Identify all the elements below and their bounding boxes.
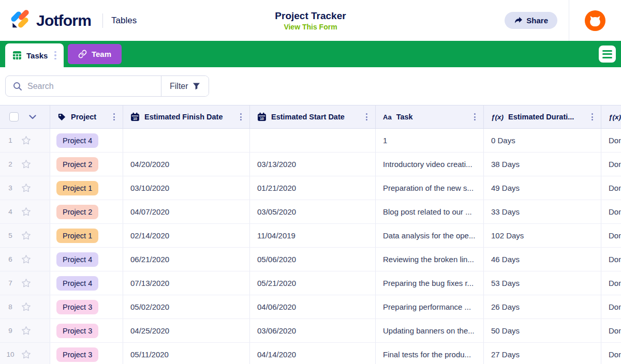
chevron-down-icon[interactable]: [29, 115, 36, 119]
column-menu-icon[interactable]: [238, 111, 244, 123]
table-row[interactable]: 10 Project 3 05/11/2020 04/14/2020 Final…: [0, 343, 621, 364]
table-row[interactable]: 3 Project 1 03/10/2020 01/21/2020 Prepar…: [0, 176, 621, 200]
column-menu-icon[interactable]: [363, 111, 370, 123]
table-row[interactable]: 2 Project 2 04/20/2020 03/13/2020 Introd…: [0, 153, 621, 176]
task-cell[interactable]: Preparing the bug fixes r...: [376, 271, 484, 295]
search-input[interactable]: [27, 82, 146, 91]
star-icon[interactable]: [21, 301, 32, 312]
column-menu-icon[interactable]: [111, 111, 117, 123]
project-cell[interactable]: Project 2: [50, 200, 123, 223]
task-cell[interactable]: Reviewing the broken lin...: [376, 248, 484, 271]
duration-cell[interactable]: 102 Days: [484, 224, 601, 247]
task-cell[interactable]: Updating banners on the...: [376, 319, 484, 342]
table-row[interactable]: 6 Project 4 06/21/2020 05/06/2020 Review…: [0, 248, 621, 271]
finish-date-cell[interactable]: 04/20/2020: [123, 153, 250, 176]
duration-cell[interactable]: 50 Days: [484, 319, 601, 342]
table-row[interactable]: 8 Project 3 05/02/2020 04/06/2020 Prepar…: [0, 295, 621, 319]
project-cell[interactable]: Project 4: [50, 271, 123, 295]
column-menu-icon[interactable]: [471, 111, 478, 123]
task-cell[interactable]: Blog post related to our ...: [376, 200, 484, 223]
project-cell[interactable]: Project 2: [50, 153, 123, 176]
view-this-form-link[interactable]: View This Form: [284, 23, 337, 31]
start-date-cell[interactable]: 03/05/2020: [250, 200, 376, 223]
start-date-cell[interactable]: 04/06/2020: [250, 295, 376, 318]
start-date-cell[interactable]: 03/06/2020: [250, 319, 376, 342]
sheet-menu-button[interactable]: [599, 46, 616, 63]
user-avatar[interactable]: [585, 10, 605, 31]
project-cell[interactable]: Project 4: [50, 129, 123, 152]
brand-group[interactable]: Jotform Tables: [0, 10, 137, 32]
finish-date-cell[interactable]: 07/13/2020: [123, 271, 250, 295]
tab-tasks[interactable]: Tasks: [5, 43, 64, 67]
star-icon[interactable]: [21, 135, 32, 146]
tab-tasks-menu-icon[interactable]: [52, 48, 58, 63]
table-row[interactable]: 4 Project 2 04/07/2020 03/05/2020 Blog p…: [0, 200, 621, 224]
table-row[interactable]: 1 Project 4 1 0 Days Done: [0, 129, 621, 153]
filter-button[interactable]: Filter: [161, 76, 209, 96]
status-cell[interactable]: Done: [601, 343, 621, 364]
start-date-cell[interactable]: 03/13/2020: [250, 153, 376, 176]
finish-date-cell[interactable]: 05/02/2020: [123, 295, 250, 318]
share-button[interactable]: Share: [505, 12, 557, 29]
task-cell[interactable]: Preparing performance ...: [376, 295, 484, 318]
status-cell[interactable]: Done: [601, 319, 621, 342]
finish-date-cell[interactable]: 04/07/2020: [123, 200, 250, 223]
task-cell[interactable]: 1: [376, 129, 484, 152]
task-cell[interactable]: Data analysis for the ope...: [376, 224, 484, 247]
status-cell[interactable]: Done: [601, 248, 621, 271]
duration-cell[interactable]: 38 Days: [484, 153, 601, 176]
start-date-cell[interactable]: 05/06/2020: [250, 248, 376, 271]
star-icon[interactable]: [21, 183, 32, 193]
status-cell[interactable]: Done: [601, 176, 621, 200]
column-header-status[interactable]: ƒ(x): [601, 105, 621, 128]
status-cell[interactable]: Done: [601, 295, 621, 318]
project-cell[interactable]: Project 1: [50, 224, 123, 247]
status-cell[interactable]: Done: [601, 200, 621, 223]
table-row[interactable]: 9 Project 3 04/25/2020 03/06/2020 Updati…: [0, 319, 621, 343]
duration-cell[interactable]: 53 Days: [484, 271, 601, 295]
start-date-cell[interactable]: [250, 129, 376, 152]
finish-date-cell[interactable]: 04/25/2020: [123, 319, 250, 342]
table-row[interactable]: 7 Project 4 07/13/2020 05/21/2020 Prepar…: [0, 271, 621, 295]
duration-cell[interactable]: 26 Days: [484, 295, 601, 318]
tab-team[interactable]: Team: [68, 44, 122, 64]
status-cell[interactable]: Done: [601, 271, 621, 295]
star-icon[interactable]: [21, 159, 32, 170]
duration-cell[interactable]: 0 Days: [484, 129, 601, 152]
project-cell[interactable]: Project 4: [50, 248, 123, 271]
status-cell[interactable]: Done: [601, 153, 621, 176]
start-date-cell[interactable]: 05/21/2020: [250, 271, 376, 295]
finish-date-cell[interactable]: 06/21/2020: [123, 248, 250, 271]
column-header-start-date[interactable]: 10 Estimated Start Date: [250, 105, 376, 128]
duration-cell[interactable]: 46 Days: [484, 248, 601, 271]
task-cell[interactable]: Preparation of the new s...: [376, 176, 484, 200]
column-header-finish-date[interactable]: 10 Estimated Finish Date: [123, 105, 250, 128]
search-box[interactable]: [6, 76, 161, 96]
column-header-task[interactable]: Aa Task: [376, 105, 484, 128]
finish-date-cell[interactable]: 03/10/2020: [123, 176, 250, 200]
duration-cell[interactable]: 49 Days: [484, 176, 601, 200]
star-icon[interactable]: [21, 206, 32, 217]
project-cell[interactable]: Project 3: [50, 343, 123, 364]
task-cell[interactable]: Final tests for the produ...: [376, 343, 484, 364]
column-header-project[interactable]: Project: [50, 105, 123, 128]
status-cell[interactable]: Done: [601, 129, 621, 152]
project-cell[interactable]: Project 3: [50, 295, 123, 318]
star-icon[interactable]: [21, 278, 32, 289]
start-date-cell[interactable]: 01/21/2020: [250, 176, 376, 200]
star-icon[interactable]: [21, 254, 32, 265]
star-icon[interactable]: [21, 349, 32, 360]
column-header-duration[interactable]: ƒ(x) Estimated Durati...: [484, 105, 601, 128]
star-icon[interactable]: [21, 230, 32, 241]
star-icon[interactable]: [21, 325, 32, 336]
select-all-checkbox[interactable]: [9, 112, 19, 122]
status-cell[interactable]: Done: [601, 224, 621, 247]
finish-date-cell[interactable]: 05/11/2020: [123, 343, 250, 364]
task-cell[interactable]: Introductory video creati...: [376, 153, 484, 176]
column-menu-icon[interactable]: [589, 111, 596, 123]
finish-date-cell[interactable]: 02/14/2020: [123, 224, 250, 247]
start-date-cell[interactable]: 04/14/2020: [250, 343, 376, 364]
duration-cell[interactable]: 33 Days: [484, 200, 601, 223]
duration-cell[interactable]: 27 Days: [484, 343, 601, 364]
finish-date-cell[interactable]: [123, 129, 250, 152]
